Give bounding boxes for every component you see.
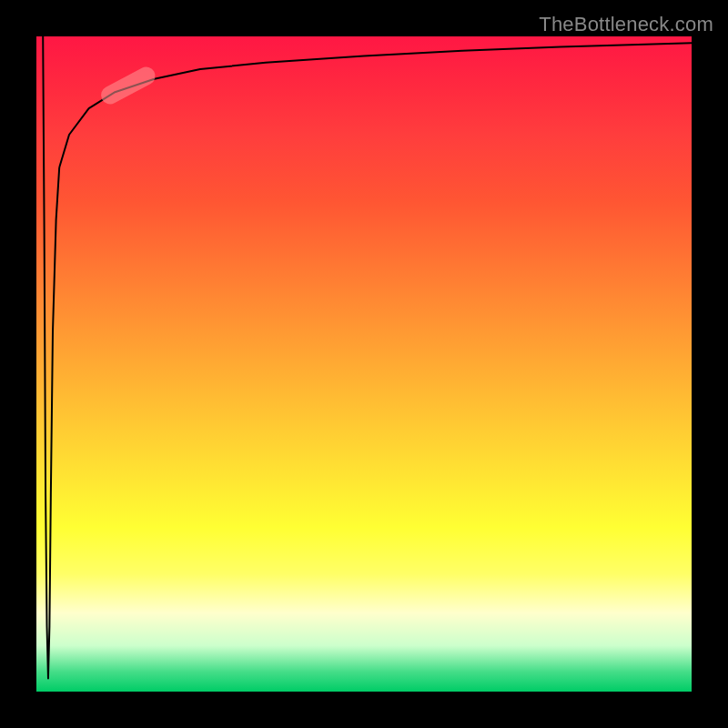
plot-area bbox=[36, 36, 692, 692]
watermark-text: TheBottleneck.com bbox=[539, 13, 713, 36]
chart-container: TheBottleneck.com bbox=[0, 0, 728, 728]
